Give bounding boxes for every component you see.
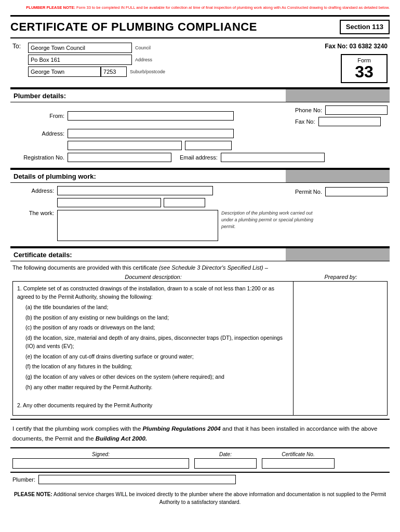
suburb-label: Suburb/postcode [130,69,165,74]
certify-block: I certify that the plumbing work complie… [10,420,390,448]
section-box: Section 113 [340,20,390,35]
council-label: Council [135,45,151,50]
from-input[interactable] [68,111,234,121]
form-33-box: Form 33 [341,54,388,83]
work-input-box[interactable] [57,210,218,241]
plumb-address-input3[interactable] [164,198,205,207]
suburb-input[interactable] [28,66,101,77]
plumb-address-input2[interactable] [57,198,161,207]
plumbing-header-gray [286,170,390,182]
certify-text1: I certify that the plumbing work complie… [12,425,141,432]
cert-no-group: Certificate No. [262,451,335,469]
signed-group: Signed: [12,451,189,469]
date-label: Date: [219,451,232,457]
title-block: CERTIFICATE OF PLUMBING COMPLIANCE [10,20,340,34]
doc-content-right[interactable] [294,282,387,415]
doc-item-a: (a) the title boundaries of the land; [25,303,289,312]
plumb-address-row2 [57,198,292,207]
address-plumber-input2[interactable] [68,141,182,150]
plumber-details-block: From: Phone No: Fax No: Address: Registr… [10,102,390,169]
notice-label: PLUMBER PLEASE NOTE: [26,5,75,10]
address-plumber-row2 [68,141,388,150]
postcode-input[interactable] [101,66,127,77]
doc-item-f: (f) the location of any fixtures in the … [25,363,289,371]
fax-input[interactable] [318,117,381,126]
header-row: CERTIFICATE OF PLUMBING COMPLIANCE Secti… [10,15,390,39]
work-row: The work: Description of the plumbing wo… [12,210,388,241]
to-label: To: [12,43,21,50]
plumber-row: Plumber: [10,473,390,486]
cert-section-title: Certificate details: [10,249,286,261]
work-desc: Description of the plumbing work carried… [221,210,325,230]
signed-input[interactable] [12,458,189,469]
plumber-header-gray [286,89,390,102]
address-input[interactable] [28,55,132,65]
plumbing-details-block: Address: Permit No. The work: Descriptio… [10,183,390,247]
from-row: From: Phone No: Fax No: [12,105,388,126]
date-input[interactable] [194,458,257,469]
doc-item-1: 1. Complete set of as constructed drawin… [17,285,289,301]
reg-input[interactable] [68,153,171,162]
council-input[interactable] [28,43,132,53]
plumber-section-header: Plumber details: [10,88,390,102]
cert-intro: The following documents are provided wit… [12,264,388,271]
address-row: Address [28,55,309,65]
phone-input[interactable] [325,105,388,115]
top-notice: PLUMBER PLEASE NOTE: Form 33 to be compl… [10,5,390,11]
suburb-row: Suburb/postcode [28,66,309,77]
certify-text4: Building Act 2000. [96,435,147,442]
plumb-address-row: Address: [12,186,292,195]
cert-header-gray [286,248,390,261]
permit-input[interactable] [325,187,388,196]
reg-row: Registration No. Email address: [12,153,388,162]
fax-row: Fax No: [295,117,388,126]
date-group: Date: [194,451,257,469]
doc-content-wrapper: 1. Complete set of as constructed drawin… [12,281,388,416]
permit-row: Permit No. [295,187,388,196]
cert-intro-note: (see Schedule 3 Director's Specified Lis… [159,264,263,271]
reg-label: Registration No. [12,154,64,161]
address-plumber-input3[interactable] [185,141,232,150]
email-label: Email address: [180,154,218,161]
address-plumber-label: Address: [12,130,64,137]
plumb-address-input[interactable] [57,186,213,195]
plumb-address-label: Address: [12,188,54,194]
to-block: To: Council Address Suburb/postcode Fax … [10,38,390,88]
cert-intro-text: The following documents are provided wit… [12,264,157,271]
doc-item-g: (g) the location of any valves or other … [25,373,289,381]
doc-item-b: (b) the position of any existing or new … [25,314,289,322]
plumbing-section-title: Details of plumbing work: [10,170,286,182]
doc-item-d: (d) the location, size, material and dep… [25,334,289,351]
plumbing-section-header: Details of plumbing work: [10,169,390,183]
cert-no-input[interactable] [262,458,335,469]
phone-row: Phone No: [295,105,388,115]
to-fields: Council Address Suburb/postcode [28,43,309,78]
doc-item-e: (e) the location of any cut-off drains d… [25,353,289,361]
doc-content-left: 1. Complete set of as constructed drawin… [13,282,294,415]
certify-text2: Plumbing Regulations 2004 [143,425,221,432]
col-prepared-header: Prepared by: [294,274,388,280]
doc-table-header: Document description: Prepared by: [12,274,388,280]
bottom-note: PLEASE NOTE: Additional service charges … [10,486,390,510]
from-label: From: [12,113,64,119]
phone-label: Phone No: [295,107,322,113]
address-plumber-row: Address: [12,129,388,138]
doc-item-h: (h) any other matter required by the Per… [25,383,289,392]
cert-section-header: Certificate details: [10,247,390,261]
doc-item-2: 2. Any other documents required by the P… [17,402,289,410]
bottom-note-label: PLEASE NOTE: [14,491,52,497]
bottom-note-text: Additional service charges WILL be invoi… [54,491,386,505]
col-doc-header: Document description: [12,274,294,280]
doc-item-c: (c) the position of any roads or drivewa… [25,324,289,332]
address-plumber-input[interactable] [68,129,234,138]
plumber-label: Plumber: [12,476,35,483]
form-num: 33 [348,63,380,80]
page-title: CERTIFICATE OF PLUMBING COMPLIANCE [10,20,340,34]
cert-details-block: The following documents are provided wit… [10,261,390,420]
fax-number: Fax No: 03 6382 3240 [325,43,388,50]
sign-row: Signed: Date: Certificate No. [10,448,390,473]
signed-label: Signed: [92,451,110,457]
address-label: Address [135,57,152,62]
email-input[interactable] [221,153,325,162]
plumber-input[interactable] [38,475,236,484]
